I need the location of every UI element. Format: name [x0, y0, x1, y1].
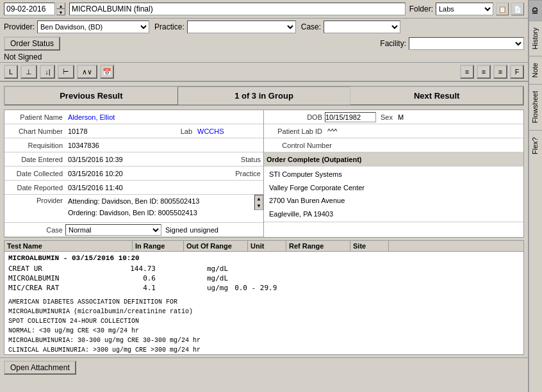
results-body[interactable]: MICROALBUMIN - 03/15/2016 10:20 CREAT UR… [4, 252, 523, 354]
folder-select[interactable]: Labs [436, 3, 493, 15]
dob-input[interactable] [325, 112, 376, 122]
signed-label: Signed [165, 226, 187, 234]
left-col: Patient Name Alderson, Elliot Chart Numb… [4, 110, 264, 237]
note-tab[interactable]: Note [529, 56, 542, 84]
date-input[interactable] [4, 3, 55, 15]
right-tool-3[interactable]: ≡ [493, 65, 507, 79]
signed-section: Signed unsigned [161, 225, 222, 235]
title-input[interactable] [69, 3, 406, 15]
note-3: SPOT COLLECTION 24-HOUR COLLECTION [8, 316, 520, 326]
facility-select[interactable] [409, 37, 524, 50]
open-attachment-btn[interactable]: Open Attachment [4, 361, 76, 375]
scroll-up[interactable]: ▲ [255, 195, 263, 202]
sex-label: Sex [376, 112, 395, 122]
col-test-name: Test Name [4, 241, 133, 251]
toolbar-btn-2[interactable]: ⊥ [21, 65, 37, 79]
result-1-name: CREAT UR [8, 265, 98, 273]
patient-data: Patient Name Alderson, Elliot Chart Numb… [4, 110, 524, 238]
toolbar-btn-3[interactable]: ↓| [40, 65, 55, 79]
practice-label: Practice: [154, 22, 185, 31]
date-entered-row: Date Entered 03/15/2016 10:39 Status [4, 152, 263, 167]
patient-lab-id-label: Patient Lab ID [264, 126, 325, 136]
control-row: Control Number [264, 138, 523, 152]
right-tool-1[interactable]: ≡ [460, 65, 474, 79]
case-select-inline[interactable]: Normal [65, 224, 161, 236]
note-1: AMERICAN DIABETES ASSOCIATION DEFINITION… [8, 297, 520, 307]
practice-section: Practice: [154, 20, 296, 33]
signed-value: unsigned [190, 226, 218, 234]
nav-current: 1 of 3 in Group [178, 86, 350, 105]
date-reported-row: Date Reported 03/15/2016 11:40 [4, 181, 263, 195]
result-row-2: MICROALBUMIN 0.6 mg/dL [8, 274, 520, 282]
sex-value: M [395, 112, 523, 122]
prev-result-btn[interactable]: Previous Result [4, 86, 178, 105]
req-label: Requisition [4, 140, 65, 151]
flex-tab[interactable]: Flex? [529, 130, 542, 161]
result-group-title: MICROALBUMIN - 03/15/2016 10:20 [8, 254, 520, 262]
chart-value: 10178 [65, 126, 134, 136]
date-entered-value: 03/15/2016 10:39 [65, 154, 228, 165]
date-collected-value: 03/15/2016 10:20 [65, 168, 225, 179]
folder-section: Folder: Labs 📋 📄 [409, 3, 524, 15]
result-3-unit: ug/mg [207, 284, 228, 292]
calendar-icon-btn[interactable]: 📅 [100, 65, 114, 79]
date-spinner: ▲ ▼ [56, 3, 65, 15]
history-tab[interactable]: History [529, 20, 542, 56]
date-collected-label: Date Collected [4, 168, 65, 179]
date-up-btn[interactable]: ▲ [56, 3, 65, 9]
folder-label: Folder: [409, 4, 433, 13]
practice-row-label: Practice [225, 168, 263, 179]
right-tool-2[interactable]: ≡ [477, 65, 491, 79]
chart-label: Chart Number [4, 126, 65, 136]
date-reported-label: Date Reported [4, 183, 65, 193]
folder-icon-btn2[interactable]: 📄 [511, 3, 524, 15]
result-2-unit: mg/dL [207, 274, 228, 282]
bottom-bar: Open Attachment [0, 357, 528, 377]
provider-scrollbar[interactable]: ▲ ▼ [254, 195, 263, 210]
case-row-label: Case [4, 225, 65, 235]
req-row: Requisition 10347836 [4, 138, 263, 152]
provider-row: Provider Attending: Davidson, Ben ID: 80… [4, 195, 263, 223]
note-4: NORMAL: <30 ug/mg CRE <30 mg/24 hr [8, 326, 520, 336]
date-down-btn[interactable]: ▼ [56, 9, 65, 15]
result-notes: AMERICAN DIABETES ASSOCIATION DEFINITION… [8, 297, 520, 354]
col-site: Site [350, 241, 389, 251]
right-tool-4[interactable]: F [510, 65, 524, 79]
toolbar: L ⊥ ↓| ⊢ ∧∨ 📅 ≡ ≡ ≡ F [0, 62, 528, 82]
result-3-value: 4.1 [98, 284, 156, 292]
practice-select[interactable] [187, 20, 296, 33]
provider-text: Attending: Davidson, Ben ID: 8005502413 … [65, 195, 254, 220]
flowsheet-tab[interactable]: Flowsheet [529, 84, 542, 129]
provider-select[interactable]: Ben Davidson, (BD) [37, 20, 149, 33]
folder-icon-btn1[interactable]: 📋 [496, 3, 509, 15]
toolbar-btn-1[interactable]: L [4, 65, 18, 79]
practice-info-row: STI Computer Systems Valley Forge Corpor… [264, 167, 523, 222]
third-bar: Order Status Facility: [0, 35, 528, 52]
note-2: MICROALBUMINURIA (microalbumin/creatinin… [8, 307, 520, 316]
scroll-down[interactable]: ▼ [255, 202, 263, 209]
col-unit: Unit [248, 241, 286, 251]
provider-section: Provider: Ben Davidson, (BD) [4, 20, 149, 33]
practice-line-2: Valley Forge Corporate Center [267, 181, 521, 195]
col-out-of-range: Out Of Range [184, 241, 248, 251]
date-collected-row: Date Collected 03/15/2016 10:20 Practice [4, 167, 263, 181]
attending-text: Attending: Davidson, Ben ID: 8005502413 [68, 196, 252, 208]
id-tab[interactable]: ID [529, 0, 542, 20]
case-select[interactable] [324, 20, 400, 33]
case-section: Case: [301, 20, 400, 33]
status-value: Order Complete (Outpatient) [264, 154, 523, 165]
patient-name-value: Alderson, Elliot [65, 112, 263, 122]
provider-row-label: Provider [4, 195, 65, 206]
facility-section: Facility: [380, 37, 524, 50]
result-row-3: MIC/CREA RAT 4.1 ug/mg 0.0 - 29.9 [8, 284, 520, 292]
toolbar-btn-5[interactable]: ∧∨ [77, 65, 97, 79]
practice-line-1: STI Computer Systems [267, 168, 521, 181]
note-5: MICROALBUMINURIA: 30-300 ug/mg CRE 30-30… [8, 336, 520, 345]
result-1-spacer [156, 265, 207, 273]
results-content: MICROALBUMIN - 03/15/2016 10:20 CREAT UR… [4, 252, 523, 354]
case-label: Case: [301, 22, 321, 31]
patient-lab-id-row: Patient Lab ID ^^^ [264, 124, 523, 138]
order-status-btn[interactable]: Order Status [4, 37, 60, 51]
next-result-btn[interactable]: Next Result [350, 86, 523, 105]
toolbar-btn-4[interactable]: ⊢ [58, 65, 74, 79]
